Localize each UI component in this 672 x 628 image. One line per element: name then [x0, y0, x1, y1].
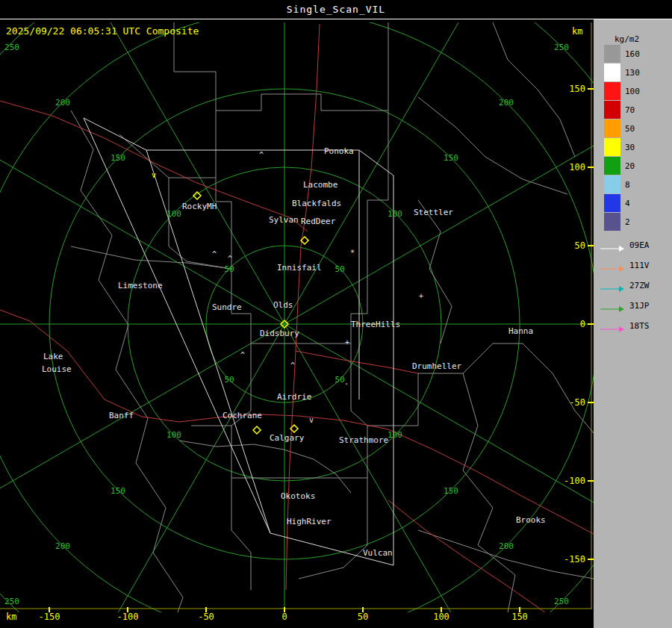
range-label: 150: [111, 486, 125, 496]
scan-boundary-line: [84, 118, 146, 150]
range-label: 150: [444, 153, 458, 163]
city-label: HighRiver: [287, 517, 332, 526]
boundary-line: [367, 343, 523, 426]
range-label: 100: [167, 209, 181, 219]
county-boundaries: [71, 22, 594, 612]
legend-value-label: 50: [625, 124, 635, 134]
town-marker: ^: [212, 251, 217, 258]
azimuth-line: [284, 22, 486, 324]
range-label: 250: [4, 597, 19, 606]
range-label: 100: [388, 209, 402, 219]
city-label: Banff: [109, 411, 134, 420]
legend-value-label: 8: [625, 180, 630, 190]
right-axis-tick-label: -100: [556, 476, 585, 486]
city-label: Innisfail: [277, 264, 322, 272]
legend-value-label: 2: [625, 217, 630, 227]
bottom-axis-tick-label: 100: [426, 612, 456, 622]
town-marker: v: [152, 172, 156, 179]
city-label: Sylvan: [269, 216, 299, 224]
legend-color-swatch: [604, 194, 620, 212]
bottom-axis-unit: km: [6, 612, 16, 622]
azimuth-line: [0, 122, 284, 324]
city-label: Cochrane: [223, 411, 262, 420]
legend-color-swatch: [604, 101, 620, 119]
radar-site-legend-row: 09EA: [600, 240, 650, 250]
city-label: Calgary: [270, 434, 304, 442]
bottom-axis-tick-label: 150: [505, 612, 535, 622]
city-label: Louise: [42, 365, 72, 373]
azimuth-line: [83, 22, 284, 324]
right-axis-tick-label: 150: [556, 84, 585, 94]
radar-viewer-window: { "window": { "title": "Single_Scan_VIL"…: [0, 0, 672, 628]
town-marker: ^: [259, 152, 264, 159]
right-axis-tick-label: 100: [556, 162, 585, 172]
legend-color-swatch: [604, 82, 620, 100]
legend-value-label: 4: [625, 199, 630, 208]
city-label: ThreeHills: [351, 320, 400, 329]
range-label: 50: [224, 264, 234, 274]
town-marker: +: [419, 293, 423, 300]
legend-unit-label: kg/m2: [615, 34, 639, 44]
right-axis-tick-label: -50: [556, 397, 585, 408]
city-label: Blackfalds: [292, 199, 341, 208]
range-label: 250: [4, 43, 19, 52]
range-label: 200: [499, 541, 514, 551]
legend-value-label: 100: [625, 87, 640, 96]
site-arrow-icon: [600, 261, 625, 269]
legend-color-swatch: [604, 175, 620, 193]
range-label: 200: [499, 98, 514, 108]
boundary-line: [367, 111, 388, 246]
site-arrow-icon: [600, 322, 625, 329]
range-label: 250: [554, 597, 569, 606]
legend-panel: kg/m2 160 130 100 70 50 30 20 8 4 2 09EA…: [594, 19, 672, 628]
radar-site-legend-row: 27ZW: [600, 280, 650, 290]
site-id-label: 27ZW: [629, 281, 650, 290]
range-label: 250: [554, 43, 569, 52]
legend-value-label: 70: [625, 105, 635, 115]
right-axis-tick-label: -150: [556, 554, 585, 565]
city-label: Didsbury: [260, 329, 299, 338]
legend-color-swatch: [604, 63, 620, 81]
title-bar: Single_Scan_VIL: [0, 0, 672, 19]
right-axis-unit: km: [572, 26, 582, 37]
city-label: Ponoka: [324, 147, 354, 155]
radar-site-legend-row: 111V: [600, 260, 650, 270]
city-label: RedDeer: [301, 217, 335, 226]
city-label: Lacombe: [303, 181, 337, 189]
legend-color-swatch: [604, 157, 620, 175]
boundary-line: [231, 478, 251, 590]
radar-site-marker: [253, 426, 261, 434]
city-label: Limestone: [118, 282, 163, 290]
bottom-axis-tick-label: 50: [348, 612, 378, 622]
legend-value-label: 30: [625, 143, 635, 152]
scan-timestamp: 2025/09/22 06:05:31 UTC Composite: [6, 25, 199, 37]
range-label: 200: [55, 541, 70, 551]
right-axis-tick-label: 0: [556, 319, 585, 329]
site-arrow-icon: [600, 282, 625, 289]
city-label: Hanna: [508, 327, 533, 335]
city-label: Brooks: [516, 516, 546, 524]
bottom-axis-tick-label: -100: [113, 612, 143, 622]
city-label: Okotoks: [281, 492, 315, 500]
city-label: Stettler: [414, 208, 453, 217]
city-label: Lake: [43, 352, 63, 361]
city-label: Airdrie: [277, 393, 311, 401]
legend-color-swatch: [604, 213, 620, 231]
range-label: 150: [111, 153, 125, 163]
boundary-line: [71, 246, 231, 269]
town-marker: +: [345, 339, 349, 346]
city-label: Strathmore: [339, 436, 388, 444]
range-label: 50: [335, 264, 344, 274]
range-label: 200: [55, 98, 70, 108]
bottom-axis-tick-label: -150: [34, 612, 64, 622]
title-divider: [0, 19, 672, 19]
legend-color-swatch: [604, 119, 620, 137]
bottom-axis-tick-label: -50: [191, 612, 221, 622]
radar-site-legend-row: 18TS: [600, 320, 650, 331]
radar-site-legend-row: 31JP: [600, 300, 650, 311]
city-label: Olds: [273, 301, 293, 309]
range-label: 50: [335, 375, 344, 385]
right-axis-tick-label: 50: [556, 240, 585, 251]
legend-color-swatch: [604, 138, 620, 156]
range-label: 50: [224, 375, 234, 385]
